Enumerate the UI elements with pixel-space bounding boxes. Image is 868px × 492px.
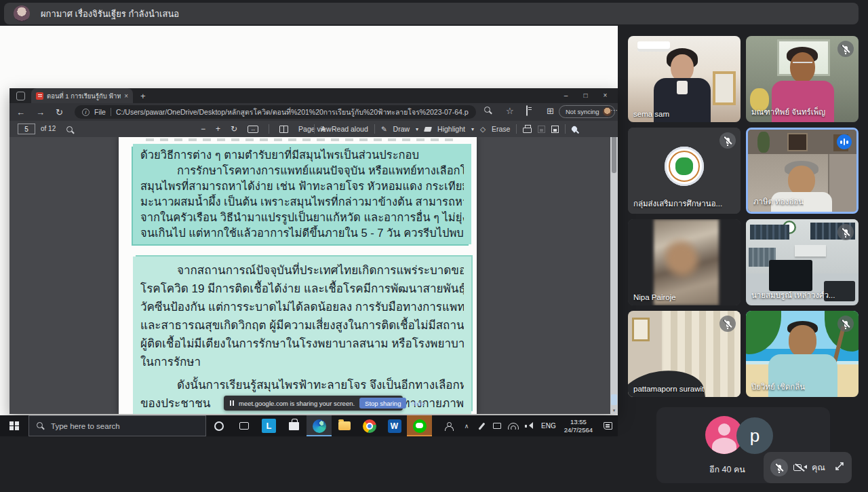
draw-chevron-icon[interactable]: ▾ [416,126,418,132]
participant-tile[interactable]: กลุ่มส่งเสริมการศึกษานอ... [628,128,741,214]
people-button[interactable] [439,415,459,436]
volume-button[interactable] [521,415,538,436]
highlight-label[interactable]: Highlight [437,125,465,133]
draw-label[interactable]: Draw [393,125,410,133]
you-label: คุณ [812,461,825,474]
participant-tile[interactable]: ปิยวิทย์ เชิดกลิ่น [746,311,859,397]
refresh-icon[interactable]: ↻ [56,108,63,117]
chrome-button[interactable] [357,415,382,436]
taskbar-clock[interactable]: 13:55 24/7/2564 [559,418,597,434]
participant-tile[interactable]: มณฑาทิพย์ จันทร์เพ็ญ [746,36,859,122]
forward-icon[interactable]: → [36,108,45,117]
info-icon[interactable]: i [82,109,90,116]
window-close-button[interactable]: × [595,88,615,103]
new-tab-button[interactable]: + [140,91,146,101]
window-controls: – □ × [556,88,615,103]
participant-tile[interactable]: Nipa Pairoje [628,219,741,305]
scroll-down-icon[interactable]: ▾ [610,406,618,414]
cortana-button[interactable] [206,415,231,436]
video-feed [628,36,741,122]
speaker-icon [525,422,534,430]
edge-icon [313,419,326,433]
rotate-icon[interactable]: ↻ [231,124,237,134]
tab-actions-icon[interactable] [16,92,25,100]
participant-tile[interactable]: sema sam [628,36,741,122]
read-aloud-label[interactable]: Read aloud [332,125,368,133]
meet-presentation-screen: ผกามาศ เรื่องจิรันเฐียร กำลังนำเสนอ ตอนท… [0,0,868,492]
collections-icon[interactable] [526,107,528,115]
tab-close-icon[interactable]: × [124,92,128,100]
page-count-label: of 12 [41,125,56,132]
back-icon[interactable]: ← [16,108,25,117]
mic-muted-icon [837,316,854,332]
highlighted-paragraph-2: จากสถานการณ์ปัจจุบันที่ประเทศไทยเกิดการแ… [133,257,471,414]
participant-tile[interactable]: pattamaporn surawit [628,311,741,397]
doc-line: ด้วยวิธีการต่าง ๆ ตามตำรับยาที่มีสมุนไพร… [140,147,464,163]
scrollbar-thumb[interactable] [612,137,616,173]
pdf-search-icon[interactable] [66,125,75,137]
erase-label[interactable]: Erase [492,125,510,133]
browser-scrollbar[interactable]: ▴ ▾ [610,137,618,414]
participant-name: Nipa Pairoje [633,293,676,301]
language-indicator[interactable]: ENG [538,422,559,430]
windows-taskbar: Type here to search L W ∧ ENG 13:55 24/7… [0,415,618,436]
participant-tile[interactable]: นายสมบรูณ์ เหล่าวงศ์ว... [746,219,859,305]
favorites-icon[interactable]: ☆ [506,107,514,115]
window-maximize-button[interactable]: □ [576,88,595,103]
pinned-app-l[interactable]: L [256,415,281,436]
self-view-pill[interactable]: คุณ [764,452,852,483]
tab-title: ตอนที่ 1 การเรียนรู้กับ ฟ้าทะลายโจร 2... [47,91,121,101]
participant-tile-speaking[interactable]: ภาษิต ทองอ่อน [746,128,859,214]
start-button[interactable] [0,415,28,436]
page-number-input[interactable]: 5 [18,124,35,134]
microsoft-store-button[interactable] [281,415,307,436]
magnifier-icon [484,107,492,115]
task-view-button[interactable] [231,415,256,436]
pen-tray-button[interactable] [474,415,489,436]
highlight-chevron-icon[interactable]: ▾ [471,126,474,132]
save-as-icon[interactable] [551,126,559,133]
device-tray-button[interactable] [489,415,505,436]
action-center-button[interactable] [597,415,618,436]
scroll-marker [611,394,617,405]
tab-layout-icon[interactable]: ⊞ [547,107,554,115]
page-view-icon[interactable] [279,126,288,133]
pdf-viewer[interactable]: ด้วยวิธีการต่าง ๆ ตามตำรับยาที่มีสมุนไพร… [9,137,618,414]
highlighter-icon[interactable] [424,127,432,132]
taskbar-search-input[interactable]: Type here to search [28,415,206,436]
window-minimize-button[interactable]: – [556,88,576,103]
hide-button[interactable]: Hide [411,400,425,407]
file-explorer-button[interactable] [332,415,357,436]
self-mic-muted-icon[interactable] [770,459,788,476]
expand-icon[interactable] [834,461,845,474]
show-hidden-icons-button[interactable]: ∧ [459,415,474,436]
browser-tab[interactable]: ตอนที่ 1 การเรียนรู้กับ ฟ้าทะลายโจร 2...… [31,88,133,103]
pause-icon[interactable] [230,400,234,406]
read-aloud-icon[interactable]: A [321,125,326,133]
erase-icon[interactable]: ◇ [480,125,486,133]
zoom-out-icon[interactable]: − [201,124,205,134]
sync-status-label: Not syncing [566,108,599,115]
mic-muted-icon [719,316,736,332]
presenting-text: ผกามาศ เรื่องจิรันเฐียร กำลังนำเสนอ [41,7,179,21]
edge-taskbar-button[interactable] [307,415,332,436]
fit-width-icon[interactable]: ↔ [248,126,258,133]
organization-logo [665,147,704,186]
people-icon [445,422,453,430]
address-bar[interactable]: i File C:/Users/pawar/OneDrive/Desktop/ห… [75,105,476,119]
print-icon[interactable] [523,128,532,133]
stop-sharing-button[interactable]: Stop sharing [359,398,406,409]
zoom-in-icon[interactable]: + [216,124,220,134]
self-camera-off-icon[interactable] [793,463,806,472]
word-button[interactable]: W [382,415,407,436]
cortana-icon [214,421,224,431]
draw-pen-icon[interactable]: ✎ [381,125,387,133]
browser-menu-icon[interactable]: ··· [610,107,618,114]
zoom-page-icon[interactable] [484,107,492,116]
save-icon[interactable] [538,126,545,133]
pin-toolbar-icon[interactable] [571,125,578,132]
sync-status-button[interactable]: Not syncing [559,105,615,118]
network-button[interactable] [505,415,521,436]
line-app-button[interactable] [407,415,432,436]
participant-name: มณฑาทิพย์ จันทร์เพ็ญ [751,106,825,118]
